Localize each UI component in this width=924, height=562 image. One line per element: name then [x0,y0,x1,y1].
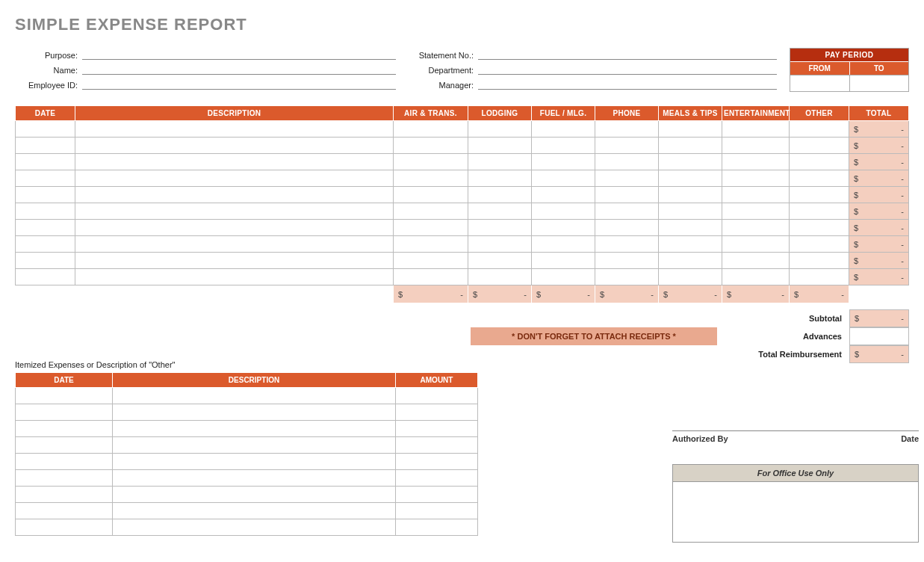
table-cell[interactable] [532,138,595,154]
table-cell[interactable] [396,421,478,437]
table-cell[interactable] [468,138,532,154]
table-cell[interactable] [16,437,113,454]
table-cell[interactable] [394,154,468,170]
table-cell[interactable] [659,138,722,154]
table-cell[interactable] [659,253,722,269]
table-cell[interactable] [532,170,595,187]
table-cell[interactable] [394,138,468,154]
table-cell[interactable] [595,220,659,236]
office-use-body[interactable] [673,482,918,542]
table-cell[interactable] [722,236,790,253]
table-cell[interactable] [16,388,113,404]
table-cell[interactable] [113,437,396,454]
table-cell[interactable] [16,236,75,253]
table-cell[interactable] [394,220,468,236]
table-cell[interactable] [113,519,396,536]
table-cell[interactable] [468,187,532,203]
table-cell[interactable] [722,187,790,203]
table-cell[interactable] [16,253,75,269]
table-cell[interactable] [790,154,849,170]
table-cell[interactable] [394,170,468,187]
table-cell[interactable] [113,404,396,421]
table-cell[interactable] [790,236,849,253]
input-statement-no[interactable] [478,48,777,60]
table-cell[interactable] [595,170,659,187]
table-cell[interactable] [16,187,75,203]
table-cell[interactable] [722,154,790,170]
table-cell[interactable] [396,487,478,503]
table-cell[interactable] [468,269,532,285]
table-cell[interactable] [595,121,659,138]
table-cell[interactable] [722,121,790,138]
table-cell[interactable] [722,220,790,236]
pay-period-from-input[interactable] [790,75,849,91]
table-cell[interactable] [532,269,595,285]
table-cell[interactable] [75,187,394,203]
table-cell[interactable] [722,203,790,220]
table-cell[interactable] [75,154,394,170]
table-cell[interactable] [16,121,75,138]
input-employee-id[interactable] [82,78,396,90]
table-cell[interactable] [16,470,113,487]
value-advances[interactable] [849,327,909,345]
table-cell[interactable] [16,421,113,437]
table-cell[interactable] [532,187,595,203]
table-cell[interactable] [113,421,396,437]
table-cell[interactable] [468,154,532,170]
table-cell[interactable] [16,404,113,421]
table-cell[interactable] [659,154,722,170]
table-cell[interactable] [16,519,113,536]
table-cell[interactable] [659,203,722,220]
table-cell[interactable] [659,121,722,138]
table-cell[interactable] [722,138,790,154]
table-cell[interactable] [595,236,659,253]
table-cell[interactable] [595,187,659,203]
table-cell[interactable] [396,503,478,519]
table-cell[interactable] [790,138,849,154]
table-cell[interactable] [659,269,722,285]
table-cell[interactable] [722,269,790,285]
table-cell[interactable] [790,121,849,138]
table-cell[interactable] [75,203,394,220]
table-cell[interactable] [468,121,532,138]
table-cell[interactable] [532,236,595,253]
table-cell[interactable] [75,236,394,253]
table-cell[interactable] [75,121,394,138]
table-cell[interactable] [595,138,659,154]
table-cell[interactable] [790,187,849,203]
pay-period-to-input[interactable] [849,75,909,91]
table-cell[interactable] [532,154,595,170]
table-cell[interactable] [396,404,478,421]
table-cell[interactable] [532,253,595,269]
table-cell[interactable] [113,487,396,503]
table-cell[interactable] [396,519,478,536]
table-cell[interactable] [75,138,394,154]
table-cell[interactable] [113,503,396,519]
table-cell[interactable] [468,220,532,236]
table-cell[interactable] [790,203,849,220]
table-cell[interactable] [659,187,722,203]
table-cell[interactable] [16,487,113,503]
table-cell[interactable] [595,154,659,170]
table-cell[interactable] [659,170,722,187]
table-cell[interactable] [595,203,659,220]
table-cell[interactable] [659,220,722,236]
table-cell[interactable] [113,388,396,404]
table-cell[interactable] [113,470,396,487]
table-cell[interactable] [16,503,113,519]
table-cell[interactable] [595,269,659,285]
table-cell[interactable] [396,470,478,487]
table-cell[interactable] [722,170,790,187]
input-department[interactable] [478,63,777,75]
table-cell[interactable] [16,154,75,170]
table-cell[interactable] [468,203,532,220]
table-cell[interactable] [394,203,468,220]
table-cell[interactable] [722,253,790,269]
table-cell[interactable] [595,253,659,269]
table-cell[interactable] [396,388,478,404]
table-cell[interactable] [16,454,113,470]
table-cell[interactable] [790,253,849,269]
table-cell[interactable] [75,220,394,236]
table-cell[interactable] [468,236,532,253]
table-cell[interactable] [659,236,722,253]
